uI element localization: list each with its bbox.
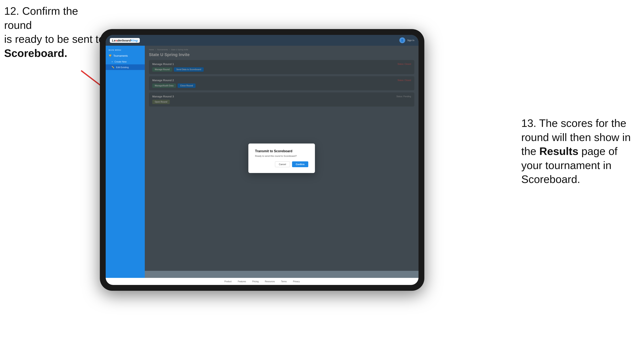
tablet-device: LeaderboardKing 👤 Sign In MAIN MENU 🏆 To… (100, 29, 424, 291)
cancel-button[interactable]: Cancel (275, 161, 290, 167)
trophy-icon: 🏆 (108, 54, 112, 57)
footer-link-resources[interactable]: Resources (265, 280, 275, 283)
transmit-dialog: Transmit to Scoreboard Ready to send thi… (248, 144, 315, 173)
annotation-right: 13. The scores for the round will then s… (521, 116, 638, 186)
sign-in-link[interactable]: Sign In (407, 39, 414, 41)
avatar: 👤 (400, 37, 405, 43)
edit-icon: ✏️ (112, 66, 114, 69)
sidebar-item-edit-existing[interactable]: ✏️ Edit Existing (106, 64, 145, 70)
tablet-screen: LeaderboardKing 👤 Sign In MAIN MENU 🏆 To… (106, 35, 418, 285)
sidebar-item-tournaments[interactable]: 🏆 Tournaments (106, 53, 145, 59)
modal-overlay: Transmit to Scoreboard Ready to send thi… (145, 46, 418, 271)
logo: LeaderboardKing (110, 38, 140, 43)
footer-link-product[interactable]: Product (224, 280, 232, 283)
dialog-title: Transmit to Scoreboard (255, 149, 308, 153)
nav-right: 👤 Sign In (400, 37, 414, 43)
footer: ProductFeaturesPricingResourcesTermsPriv… (106, 278, 418, 285)
annotation-top: 12. Confirm the round is ready to be sen… (4, 4, 108, 60)
dialog-actions: Cancel Confirm (255, 161, 308, 167)
confirm-button[interactable]: Confirm (292, 161, 308, 167)
logo-box: LeaderboardKing (110, 38, 140, 43)
plus-icon: + (112, 60, 113, 63)
create-new-label: Create New (114, 60, 126, 63)
footer-link-features[interactable]: Features (238, 280, 246, 283)
content-area: Home › Tournaments › State U Spring Invi… (145, 46, 418, 278)
footer-link-terms[interactable]: Terms (281, 280, 287, 283)
sidebar: MAIN MENU 🏆 Tournaments + Create New ✏️ … (106, 46, 145, 278)
footer-link-pricing[interactable]: Pricing (252, 280, 259, 283)
footer-link-privacy[interactable]: Privacy (293, 280, 300, 283)
dialog-body: Ready to send this round to Scoreboard? (255, 155, 308, 157)
sidebar-tournaments-label: Tournaments (113, 54, 128, 57)
top-navigation: LeaderboardKing 👤 Sign In (106, 35, 418, 46)
main-content: MAIN MENU 🏆 Tournaments + Create New ✏️ … (106, 46, 418, 278)
edit-existing-label: Edit Existing (116, 66, 129, 69)
logo-text: LeaderboardKing (112, 39, 138, 42)
sidebar-item-create-new[interactable]: + Create New (106, 59, 145, 64)
main-menu-label: MAIN MENU (106, 49, 145, 51)
